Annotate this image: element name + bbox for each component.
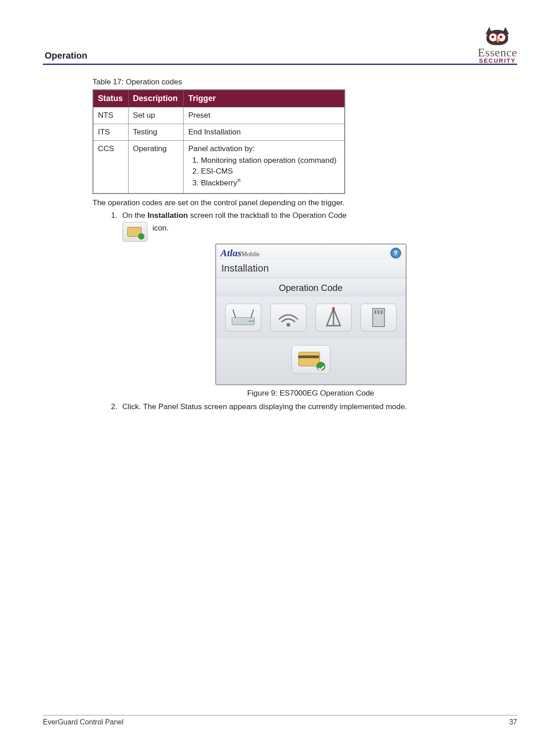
step-2: Click. The Panel Status screen appears d… [120,402,499,411]
help-icon[interactable]: ? [390,248,401,258]
table-caption: Table 17: Operation codes [93,78,499,87]
step1-part-d: icon. [150,224,169,232]
svg-point-4 [252,320,254,322]
cell-desc: Testing [128,124,184,141]
page-header: Operation Essence SECURITY [43,27,517,65]
operation-codes-table: Status Description Trigger NTS Set up Pr… [93,89,345,194]
device-brand-b: Mobile [241,251,259,258]
svg-line-2 [251,309,254,318]
cell-status: ITS [93,124,128,141]
device-screenshot: AtlasMobile ? Installation Operation Cod… [215,244,407,385]
svg-rect-10 [378,310,380,314]
step-1: On the Installation screen roll the trac… [120,211,499,398]
steps-list: On the Installation screen roll the trac… [93,211,499,411]
device-subtitle: Operation Code [216,278,406,296]
table-row: CCS Operating Panel activation by: Monit… [93,141,345,194]
trigger-item: Blackberry® [201,178,340,188]
wifi-icon[interactable] [270,304,306,332]
brand-logo: Essence SECURITY [478,27,517,64]
page-number: 37 [509,718,517,726]
svg-rect-0 [232,318,255,325]
trigger-item: ESI-CMS [201,167,340,176]
col-trigger: Trigger [184,90,345,107]
cell-trigger: End Installation [184,124,345,141]
step1-part-c: screen roll the trackball to the Operati… [188,211,347,220]
device-brand-a: Atlas [221,247,241,258]
cell-trigger: Panel activation by: Monitoring station … [184,141,345,194]
registered-mark: ® [237,178,241,183]
operation-code-icon [122,222,148,242]
device-brand: AtlasMobile [221,247,260,259]
svg-point-8 [332,307,335,310]
owl-icon [482,27,513,47]
sdcard-icon[interactable] [361,304,397,332]
antenna-icon[interactable] [315,304,352,332]
step1-part-a: On the [122,211,148,220]
svg-point-3 [249,320,251,322]
trigger-item: Monitoring station operation (command) [201,156,340,165]
section-title: Operation [43,51,87,61]
page-footer: EverGuard Control Panel 37 [43,715,517,726]
svg-point-5 [287,323,290,327]
svg-rect-9 [375,310,376,314]
step1-bold: Installation [148,211,188,220]
svg-line-1 [233,309,236,318]
cell-trigger: Preset [184,107,345,124]
table-row: NTS Set up Preset [93,107,345,124]
col-description: Description [128,90,184,107]
device-icon-row [216,296,406,339]
cell-status: CCS [93,141,128,194]
router-icon[interactable] [225,304,261,332]
cell-desc: Operating [128,141,184,194]
svg-rect-11 [381,310,383,314]
col-status: Status [93,90,128,107]
footer-title: EverGuard Control Panel [43,718,124,726]
trigger-intro: Panel activation by: [188,144,255,153]
brand-subtitle: SECURITY [479,58,516,64]
trigger-list: Monitoring station operation (command) E… [188,156,340,188]
cell-desc: Set up [128,107,184,124]
figure-caption: Figure 9: ES7000EG Operation Code [122,389,499,398]
cell-status: NTS [93,107,128,124]
device-screen-title: Installation [216,260,406,278]
intro-paragraph: The operation codes are set on the contr… [93,198,499,208]
table-row: ITS Testing End Installation [93,124,345,141]
content-area: Table 17: Operation codes Status Descrip… [93,78,499,411]
operation-code-tile[interactable] [292,345,330,374]
figure-9: AtlasMobile ? Installation Operation Cod… [122,244,499,398]
trigger-item-text: Blackberry [201,179,237,187]
